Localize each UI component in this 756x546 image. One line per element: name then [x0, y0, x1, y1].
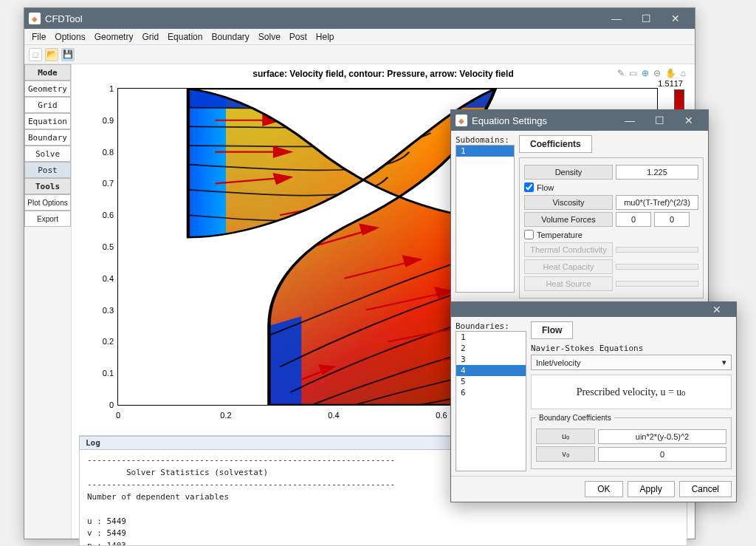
xtick: 0.6	[436, 411, 447, 420]
sidebar-plot-options[interactable]: Plot Options	[24, 194, 71, 211]
flow-label: Flow	[537, 183, 554, 192]
u0-input[interactable]: uin*2*(y-0.5)^2	[598, 429, 726, 444]
list-item[interactable]: 1	[456, 332, 526, 343]
sidebar: Mode Geometry Grid Equation Boundary Sol…	[24, 64, 72, 539]
ytick: 0.3	[93, 306, 114, 315]
ytick: 0.9	[93, 116, 114, 125]
volumeforce-y-input[interactable]: 0	[654, 212, 690, 227]
minimize-button[interactable]: —	[602, 10, 631, 27]
close-button[interactable]: ✕	[674, 112, 704, 129]
menu-solve[interactable]: Solve	[254, 30, 285, 44]
ytick: 0.8	[93, 148, 114, 157]
plot-title: surface: Velocity field, contour: Pressu…	[79, 69, 687, 79]
subdomains-label: Subdomains:	[456, 135, 515, 145]
plot-toolbar: ✎ ▭ ⊕ ⊖ ✋ ⌂	[616, 67, 687, 79]
boundary-settings-dialog: ✕ Boundaries: 1 2 3 4 5 6 Flow Navier-St…	[450, 301, 737, 502]
list-item[interactable]: 4	[456, 365, 526, 376]
minimize-button[interactable]: —	[615, 112, 645, 129]
sidebar-equation[interactable]: Equation	[24, 113, 71, 129]
titlebar: ◆ CFDTool — ☐ ✕	[24, 8, 695, 29]
list-item[interactable]: 1	[456, 146, 514, 157]
menu-geometry[interactable]: Geometry	[90, 30, 138, 44]
sidebar-tools-header: Tools	[24, 178, 71, 194]
viscosity-input[interactable]: mu0*(T-Tref)^(2/3)	[616, 195, 698, 210]
sidebar-export[interactable]: Export	[24, 211, 71, 227]
maximize-button[interactable]: ☐	[631, 10, 661, 27]
xtick: 0.4	[328, 411, 339, 420]
u0-label: u₀	[536, 429, 595, 444]
apply-button[interactable]: Apply	[628, 481, 675, 497]
volumeforce-x-input[interactable]: 0	[616, 212, 651, 227]
menu-file[interactable]: File	[27, 30, 50, 44]
list-item[interactable]: 5	[456, 376, 526, 387]
ytick: 0.4	[93, 274, 114, 283]
menu-grid[interactable]: Grid	[137, 30, 163, 44]
menu-equation[interactable]: Equation	[163, 30, 207, 44]
menu-post[interactable]: Post	[285, 30, 312, 44]
save-icon[interactable]: 💾	[61, 48, 75, 61]
xtick: 0	[116, 411, 120, 420]
density-input[interactable]: 1.225	[616, 165, 698, 180]
subdomains-list[interactable]: 1	[456, 145, 515, 293]
thermal-conductivity-input	[616, 247, 698, 253]
sidebar-geometry[interactable]: Geometry	[24, 81, 71, 97]
zoom-out-icon[interactable]: ⊖	[652, 67, 662, 79]
select-icon[interactable]: ▭	[628, 67, 639, 79]
heat-source-label: Heat Source	[524, 276, 613, 291]
cancel-button[interactable]: Cancel	[679, 481, 732, 497]
ytick: 0.5	[93, 242, 114, 251]
list-item[interactable]: 6	[456, 387, 526, 398]
boundary-type-select[interactable]: Inlet/velocity ▾	[531, 355, 732, 370]
temperature-checkbox[interactable]	[524, 230, 534, 239]
menu-boundary[interactable]: Boundary	[207, 30, 253, 44]
heat-capacity-input	[616, 264, 698, 270]
new-icon[interactable]: □	[29, 48, 42, 61]
pan-icon[interactable]: ✋	[664, 67, 678, 79]
svg-marker-9	[329, 199, 345, 209]
sidebar-grid[interactable]: Grid	[24, 97, 71, 113]
ytick: 0.6	[93, 211, 114, 219]
sidebar-mode-header: Mode	[24, 64, 71, 81]
equation-family: Navier-Stokes Equations	[531, 344, 732, 353]
zoom-in-icon[interactable]: ⊕	[640, 67, 650, 79]
sidebar-post[interactable]: Post	[24, 162, 71, 178]
xtick: 0.2	[220, 411, 231, 420]
list-item[interactable]: 3	[456, 354, 526, 365]
tab-flow[interactable]: Flow	[531, 321, 573, 339]
sidebar-solve[interactable]: Solve	[24, 146, 71, 162]
density-label: Density	[524, 165, 613, 180]
close-button[interactable]: ✕	[702, 303, 732, 316]
v0-input[interactable]: 0	[598, 447, 726, 462]
close-button[interactable]: ✕	[661, 10, 690, 27]
ytick: 0.7	[93, 179, 114, 188]
v0-label: v₀	[536, 446, 595, 462]
app-icon: ◆	[456, 115, 467, 126]
edit-icon[interactable]: ✎	[616, 67, 626, 79]
heat-capacity-label: Heat Capacity	[524, 259, 613, 274]
flow-checkbox[interactable]	[524, 182, 534, 192]
colorbar	[674, 89, 684, 112]
tab-coefficients[interactable]: Coefficients	[519, 135, 592, 153]
volumeforces-label: Volume Forces	[524, 212, 613, 227]
open-icon[interactable]: 📂	[45, 48, 58, 61]
home-icon[interactable]: ⌂	[679, 67, 687, 79]
sidebar-boundary[interactable]: Boundary	[24, 129, 71, 146]
maximize-button[interactable]: ☐	[645, 112, 674, 129]
ytick: 0	[93, 400, 114, 409]
boundary-coefficients-legend: Boundary Coefficients	[536, 414, 614, 422]
app-icon: ◆	[29, 13, 41, 24]
list-item[interactable]: 2	[456, 343, 526, 354]
equation-settings-dialog: ◆ Equation Settings — ☐ ✕ Subdomains: 1 …	[450, 109, 709, 330]
dialog-title: Equation Settings	[472, 115, 547, 126]
boundaries-label: Boundaries:	[456, 321, 526, 331]
equation-display: Prescribed velocity, u = u₀	[531, 375, 732, 409]
ytick: 1	[93, 84, 114, 93]
menubar: File Options Geometry Grid Equation Boun…	[24, 29, 695, 45]
toolbar: □ 📂 💾	[24, 45, 695, 64]
boundary-type-value: Inlet/velocity	[536, 358, 581, 367]
ok-button[interactable]: OK	[585, 481, 622, 497]
menu-options[interactable]: Options	[50, 30, 89, 44]
ytick: 0.2	[93, 337, 114, 346]
boundaries-list[interactable]: 1 2 3 4 5 6	[456, 331, 526, 471]
menu-help[interactable]: Help	[312, 30, 339, 44]
